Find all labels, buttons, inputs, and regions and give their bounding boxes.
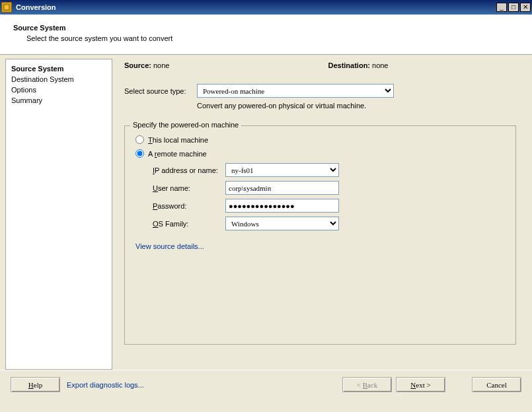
password-label: Password: — [153, 202, 225, 210]
ip-address-combo[interactable]: ny-fs01 — [225, 163, 339, 177]
radio-remote-label[interactable]: A remote machine — [148, 150, 207, 158]
destination-value: none — [372, 61, 388, 69]
source-type-label: Select source type: — [124, 87, 197, 95]
close-button[interactable]: ✕ — [520, 3, 531, 12]
wizard-sidebar: Source System Destination System Options… — [5, 59, 112, 370]
maximize-button[interactable]: □ — [508, 3, 519, 12]
view-source-details-link[interactable]: View source details... — [135, 242, 204, 250]
help-button[interactable]: Help — [11, 377, 60, 392]
page-title: Source System — [13, 24, 519, 32]
password-input[interactable] — [225, 199, 339, 213]
ip-label: IP address or name: — [153, 166, 225, 174]
os-family-label: OS Family: — [153, 220, 225, 228]
source-dest-summary: Source: none Destination: none — [124, 61, 516, 69]
username-label: User name: — [153, 184, 225, 192]
username-input[interactable] — [225, 181, 339, 195]
sidebar-item-summary[interactable]: Summary — [11, 95, 106, 106]
source-type-hint: Convert any powered-on physical or virtu… — [197, 102, 516, 110]
radio-remote-machine[interactable] — [135, 149, 144, 158]
page-subtitle: Select the source system you want to con… — [13, 34, 519, 42]
radio-local-label[interactable]: This local machine — [148, 136, 208, 144]
sidebar-item-source-system[interactable]: Source System — [11, 63, 106, 74]
export-diagnostic-link[interactable]: Export diagnostic logs... — [67, 381, 144, 389]
back-button: < Back — [342, 377, 392, 392]
next-button[interactable]: Next > — [396, 377, 445, 392]
main-panel: Source: none Destination: none Select so… — [112, 59, 527, 370]
wizard-header: Source System Select the source system y… — [0, 15, 532, 55]
powered-on-fieldset: Specify the powered-on machine This loca… — [124, 125, 516, 345]
wizard-footer: Help Export diagnostic logs... < Back Ne… — [0, 370, 532, 399]
fieldset-legend: Specify the powered-on machine — [130, 121, 241, 129]
app-icon — [1, 2, 12, 13]
os-family-dropdown[interactable]: Windows — [225, 217, 339, 230]
source-type-dropdown[interactable]: Powered-on machine — [197, 84, 394, 98]
minimize-button[interactable]: _ — [496, 3, 507, 12]
destination-label: Destination: — [328, 61, 370, 69]
sidebar-item-options[interactable]: Options — [11, 85, 106, 95]
window-title: Conversion — [15, 3, 496, 11]
sidebar-item-destination-system[interactable]: Destination System — [11, 74, 106, 85]
source-label: Source: — [124, 61, 151, 69]
titlebar: Conversion _ □ ✕ — [0, 0, 532, 15]
svg-rect-0 — [4, 5, 9, 10]
source-value: none — [153, 61, 169, 69]
radio-local-machine[interactable] — [135, 135, 144, 144]
cancel-button[interactable]: Cancel — [472, 377, 521, 392]
